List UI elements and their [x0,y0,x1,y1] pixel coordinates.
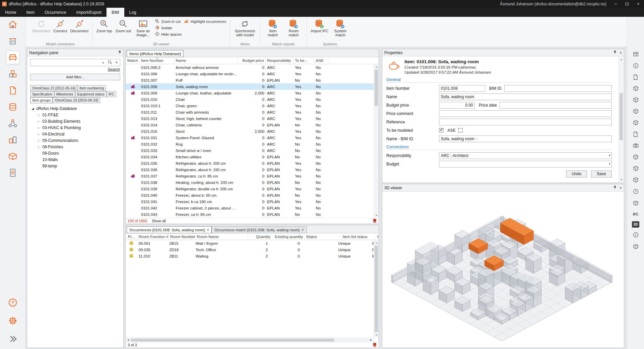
column-item-number[interactable]: ▲Item Number [140,57,174,64]
tree-item-08-finishes[interactable]: ▷08-Finishes [30,144,120,150]
occurrences-tab-1[interactable]: Occurrence match [0101.008: Sofa, waitin… [212,226,306,233]
pin-icon[interactable] [118,50,121,55]
highlight-occurrences-button[interactable]: Highlight occurrences [183,18,227,25]
column-existing-quantity[interactable]: Existing quantity [272,233,305,240]
nav-tab-omniclass-21-2012-05-16[interactable]: OmniClass 21 [2012-05-16] [30,85,77,91]
tree-collapsed-icon[interactable]: ▷ [38,132,42,136]
menu-item-item[interactable]: Item [21,8,39,17]
zoom-out-button[interactable]: Zoom out [114,17,132,34]
tree-collapsed-icon[interactable]: ▷ [38,145,42,149]
items-row-0101-032[interactable]: 0101.032Rug0ARCNoNo [126,141,374,147]
column-room-name[interactable]: Room Name [196,233,248,240]
model-cube-icon[interactable] [631,84,640,93]
clear-search-icon[interactable]: × [113,60,120,65]
scroll-down-icon[interactable]: ▼ [374,213,379,218]
tree-collapsed-icon[interactable]: ▷ [38,120,42,123]
close-tab-icon[interactable]: × [302,228,304,232]
nav-tab-omniclass-23-2010-06-24[interactable]: OmniClass 23 [2010-06-24] [53,97,100,103]
items-row-0101-043[interactable]: 0101.043Freezer, ca h: 85 cm0EPLANNoNo [126,211,374,218]
tree-item-04-electrical[interactable]: ▷04-Electrical [30,131,120,137]
room-match-button[interactable]: Room match [284,17,304,38]
items-row-0101-036[interactable]: 0101.036Refrigerator, about h: 150 cm0EP… [126,166,374,173]
info-circle-icon[interactable] [631,230,640,239]
tree-expanded-icon[interactable]: ◢ [32,107,36,110]
tree-item-01-ff-e[interactable]: ▷01-FF&E [30,112,120,118]
items-row-0101-005-2[interactable]: 0101.005:2Armchair without armrest0ARCYe… [126,64,374,71]
help-icon[interactable]: ? [6,296,19,309]
column-item[interactable]: Iter [376,233,379,240]
synchronize-with-model-button[interactable]: Synchronize with model [233,17,257,38]
menu-item-log[interactable]: Log [124,8,141,17]
items-row-0101-011[interactable]: 0101.011Chair with armrests0ARCYesNo [126,109,374,115]
reports-module-icon[interactable] [6,166,19,180]
items-row-0101-034[interactable]: 0101.034Kitchen utilities0EPLANNoNo [126,154,374,160]
model-link-icon[interactable] [631,176,640,184]
to-be-modeled-checkbox[interactable] [439,128,443,132]
items-row-0101-035[interactable]: 0101.035Refrigerator, about h: 200 cm0EP… [126,160,374,166]
close-button[interactable]: × [633,0,644,8]
items-row-0101-015[interactable]: 0101.015Stool2,000ARCYesNo [126,128,374,134]
name-input[interactable]: Sofa, waiting room [439,93,612,100]
tree-collapsed-icon[interactable]: ▷ [38,139,42,142]
budget-price-input[interactable]: 0.00 [439,102,475,109]
menu-item-bim[interactable]: BIM [106,8,124,17]
search-link[interactable]: Search [108,67,120,71]
expand-sidebar-icon[interactable] [6,332,19,346]
items-row-0101-009[interactable]: 0101.009Lounge chair, leather, adjustabl… [126,90,374,96]
scroll-up-icon[interactable]: ▲ [374,240,379,245]
tree-item-99-temp[interactable]: 99-temp [30,163,120,169]
occurrences-horizontal-scrollbar[interactable]: ◀ ▶ [126,338,374,342]
menu-item-import-export[interactable]: Import/Export [71,8,106,17]
pin-icon[interactable] [613,50,616,55]
database-module-icon[interactable] [6,100,19,114]
tree-item-10-walls[interactable]: 10-Walls [30,156,120,163]
site-module-icon[interactable] [6,18,19,31]
nav-tab-milestones[interactable]: Milestones [54,91,75,97]
chevron-down-icon[interactable]: ▾ [100,61,106,65]
close-panel-icon[interactable]: × [619,186,622,190]
connect-button[interactable]: Connect [52,17,69,34]
budget-select[interactable]: ▾ [439,161,612,167]
items-row-0101-008[interactable]: 0101.008Sofa, waiting room0ARCYesNo [126,83,374,90]
scroll-down-icon[interactable]: ▼ [619,177,624,182]
snapshot-camera-icon[interactable] [631,141,640,150]
bim-id-input[interactable] [504,85,612,92]
name-bim-id-input[interactable]: Sofa, waiting room - [439,135,612,142]
package-box-icon[interactable] [631,198,640,207]
tree-item-03-hvac-plumbing[interactable]: ▷03-HVAC & Plumbing [30,124,120,131]
items-row-0101-010-1[interactable]: 0101.010:1Chair, green0ARCYesNo [126,103,374,109]
room-box-icon[interactable] [631,242,640,250]
tree-item-02-building-elements[interactable]: ▷02-Building Elements [30,118,120,124]
column-room-number[interactable]: Room Number [169,233,196,240]
viewer-3d-badge[interactable]: 3D [632,221,639,228]
nav-tab-item-numbering[interactable]: Item numbering [77,85,106,91]
maximize-button[interactable] [621,0,633,8]
column-to-be[interactable]: To be... [294,57,314,64]
model-add-icon[interactable] [631,164,640,173]
system-match-button[interactable]: System match [330,17,350,38]
documents-module-icon[interactable] [6,84,19,97]
items-row-0101-039[interactable]: 0101.039Refrigerator, double ca h: 200 c… [126,186,374,192]
tree-item-05-communications[interactable]: ▷05-Communications [30,137,120,144]
properties-info-icon[interactable] [631,61,640,70]
tree-root[interactable]: ◢ dRofus Help Database [30,105,120,112]
systems-module-icon[interactable] [6,117,19,130]
zoom-top-button[interactable]: Zoom top [95,17,113,34]
nav-tab-specification[interactable]: Specification [30,91,54,97]
nav-tab-ifc[interactable]: IFC [106,91,116,97]
items-tab[interactable]: Items [dRofus Help Database] [127,50,183,57]
column-quantity[interactable]: Quantity [248,233,272,240]
scroll-up-icon[interactable]: ▲ [619,57,624,62]
occurrences-tab-0[interactable]: Occurrences [0101.008: Sofa, waiting roo… [127,226,212,233]
close-tab-icon[interactable]: × [207,228,209,232]
occurrence-row-05-001[interactable]: 05.0012B15Wait / Ergom10UniqueFF& [126,240,374,246]
disconnect-button[interactable]: Disconnect [69,17,89,34]
column-name[interactable]: Name [174,57,238,64]
price-comment-input[interactable] [439,110,612,117]
cube-outline-icon[interactable] [631,118,640,127]
column-item-list-status[interactable]: Item list status [341,233,376,240]
logistics-module-icon[interactable] [6,150,19,163]
items-row-0101-040[interactable]: 0101.040Freezer, about b: 60 cm0EPLANNoN… [126,192,374,198]
zoom-in-cut-button[interactable]: Zoom in cut [154,18,183,25]
items-row-0101-007[interactable]: 0101.007Puff0EPLANNoNo [126,77,374,83]
